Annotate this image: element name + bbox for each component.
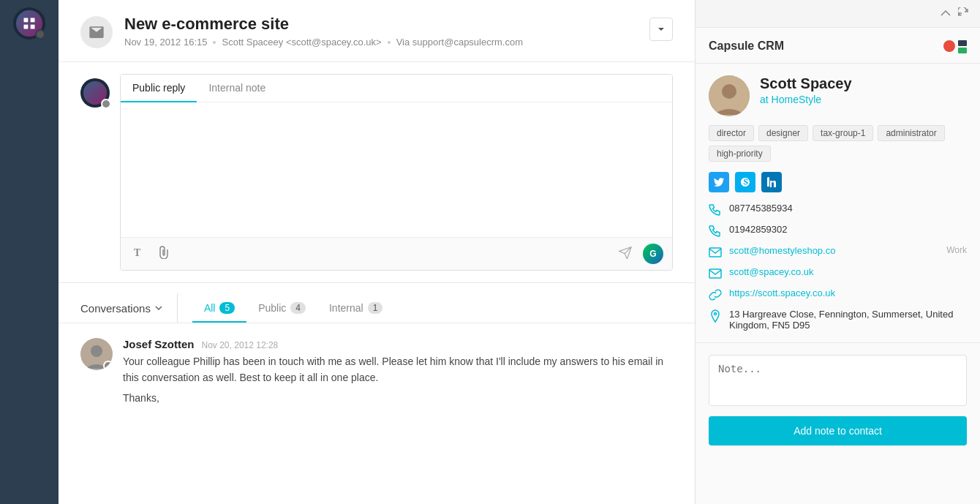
message-author: Josef Szotten (123, 338, 195, 350)
email-icon (709, 246, 722, 259)
email-meta: Nov 19, 2012 16:15 Scott Spaceey <scott@… (124, 37, 638, 48)
collapse-button[interactable] (941, 8, 951, 20)
tag-director: director (709, 125, 754, 141)
phone-1: 087745385934 (729, 203, 793, 214)
email-row-1: scott@homestyleshop.co Work (729, 245, 967, 256)
crm-header: Capsule CRM (696, 28, 980, 64)
phone-icon (709, 203, 722, 217)
meta-dot-1 (213, 41, 216, 44)
collapse-icon (941, 10, 951, 18)
contact-info-list: 087745385934 01942859302 scott@homestyle… (709, 203, 967, 331)
email-icon-envelope (80, 16, 113, 48)
twitter-icon[interactable] (709, 172, 729, 192)
email-link-1[interactable]: scott@homestyleshop.co (729, 245, 835, 256)
toolbar-left: T (129, 244, 172, 263)
tab-internal-label: Internal (329, 302, 363, 314)
tab-public-reply[interactable]: Public reply (121, 75, 197, 102)
toolbar-right: G (615, 244, 663, 264)
company-name[interactable]: HomeStyle (772, 94, 821, 105)
skype-icon[interactable] (735, 172, 755, 192)
message-time: Nov 20, 2012 12:28 (202, 340, 279, 350)
reply-toolbar: T G (121, 237, 672, 270)
note-input[interactable] (709, 355, 967, 406)
sidebar-avatar[interactable] (13, 7, 45, 40)
contact-avatar-image (709, 75, 750, 116)
phone-icon-2 (709, 225, 722, 238)
send-icon (618, 246, 633, 259)
skype-logo-icon (740, 177, 750, 187)
conversations-bar: Conversations All 5 Public 4 Internal 1 (59, 283, 695, 323)
tab-internal[interactable]: Internal 1 (317, 295, 394, 323)
contact-company: at HomeStyle (760, 94, 852, 105)
svg-rect-1 (31, 18, 35, 23)
email-title: New e-commerce site (124, 15, 638, 34)
envelope-icon (88, 26, 105, 39)
conversations-label: Conversations (80, 302, 151, 315)
email-from: Scott Spaceey <scott@spacey.co.uk> (222, 37, 381, 48)
text-format-button[interactable]: T (129, 244, 147, 263)
sidebar-badge (35, 29, 45, 40)
message-sign: Thanks, (123, 392, 673, 404)
list-item: scott@spacey.co.uk (709, 266, 967, 280)
crm-title: Capsule CRM (709, 40, 784, 53)
list-item: scott@homestyleshop.co Work (709, 245, 967, 259)
tag-high-priority: high-priority (709, 146, 771, 162)
meta-dot-2 (388, 41, 391, 44)
reply-textarea[interactable] (121, 102, 672, 234)
conversations-chevron-icon (155, 306, 162, 310)
right-panel: Capsule CRM Scott Spacey at HomeStyle (695, 0, 980, 504)
add-note-button[interactable]: Add note to contact (709, 416, 967, 445)
list-item: https://scott.spacey.co.uk (709, 287, 967, 301)
list-item: 087745385934 (709, 203, 967, 217)
reply-tabs: Public reply Internal note (121, 75, 672, 102)
tab-all-label: All (204, 302, 216, 314)
contact-section: Scott Spacey at HomeStyle director desig… (696, 64, 980, 343)
linkedin-icon[interactable] (761, 172, 782, 192)
contact-name: Scott Spacey (760, 75, 852, 92)
attachment-button[interactable] (156, 244, 172, 263)
address: 13 Hargreave Close, Fennington, Summerse… (729, 309, 967, 331)
svg-rect-10 (958, 48, 967, 53)
refresh-button[interactable] (958, 7, 968, 20)
tab-public-label: Public (258, 302, 286, 314)
crm-logo (943, 38, 967, 54)
conversations-dropdown[interactable]: Conversations (80, 293, 178, 323)
phone-2: 01942859302 (729, 224, 788, 235)
email-via: Via support@capsulecrm.com (396, 37, 523, 48)
email-link-2[interactable]: scott@spacey.co.uk (729, 266, 814, 277)
sidebar (0, 0, 59, 504)
email-header: New e-commerce site Nov 19, 2012 16:15 S… (59, 0, 695, 62)
list-item: 13 Hargreave Close, Fennington, Summerse… (709, 309, 967, 331)
reply-editor: Public reply Internal note T (120, 74, 673, 271)
svg-rect-2 (24, 25, 29, 29)
svg-rect-3 (31, 25, 35, 29)
message-avatar-badge (103, 361, 113, 370)
svg-rect-13 (709, 248, 721, 257)
tag-designer: designer (758, 125, 808, 141)
reply-user-avatar (80, 78, 110, 108)
tab-public[interactable]: Public 4 (246, 295, 317, 323)
refresh-icon (958, 7, 968, 18)
contact-avatar (709, 75, 750, 116)
grammarly-button[interactable]: G (643, 244, 663, 264)
svg-text:T: T (134, 247, 141, 258)
chevron-down-icon (657, 27, 665, 31)
note-section: Add note to contact (696, 343, 980, 457)
svg-rect-14 (709, 269, 721, 278)
twitter-bird-icon (714, 178, 724, 187)
table-row: Josef Szotten Nov 20, 2012 12:28 Your co… (80, 338, 673, 404)
tab-internal-note[interactable]: Internal note (197, 75, 277, 102)
svg-point-7 (91, 345, 102, 357)
tag-administrator: administrator (878, 125, 944, 141)
location-icon (709, 309, 722, 323)
tab-all[interactable]: All 5 (192, 295, 246, 323)
svg-point-8 (943, 40, 955, 52)
email-label-1: Work (946, 245, 967, 256)
tab-all-badge: 5 (219, 302, 235, 314)
list-item: 01942859302 (709, 224, 967, 238)
text-icon: T (132, 247, 144, 258)
message-list: Josef Szotten Nov 20, 2012 12:28 Your co… (59, 323, 695, 504)
send-button[interactable] (615, 244, 636, 263)
email-dropdown-button[interactable] (649, 18, 673, 41)
website-link[interactable]: https://scott.spacey.co.uk (729, 287, 835, 298)
